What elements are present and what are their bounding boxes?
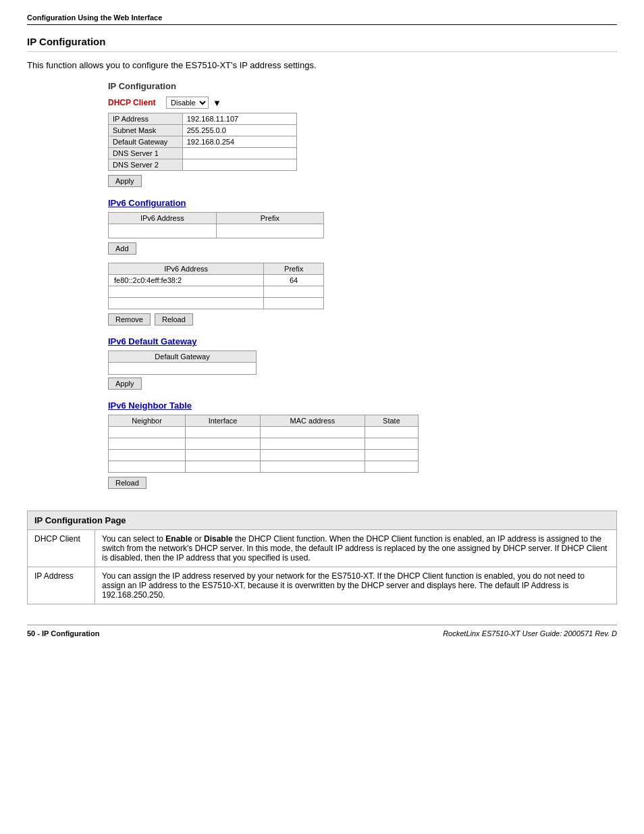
panel-title-text: IP Configuration	[108, 81, 176, 91]
prefix-header: Prefix	[216, 213, 323, 224]
ipv6-input-table: IPv6 Address Prefix	[108, 212, 324, 238]
neighbor-table: Neighbor Interface MAC address State	[108, 415, 419, 473]
intro-text: This function allows you to configure th…	[27, 60, 617, 70]
empty-cell	[109, 286, 264, 298]
table-row	[109, 224, 324, 238]
ip-address-input[interactable]	[187, 115, 292, 123]
table-row: DNS Server 1	[109, 148, 297, 159]
panel-title: IP Configuration	[108, 81, 446, 91]
remove-button[interactable]: Remove	[108, 313, 151, 325]
section-title-text: IP Configuration	[27, 36, 105, 47]
empty-cell	[186, 450, 261, 461]
add-button[interactable]: Add	[108, 242, 136, 255]
table-row	[109, 427, 419, 438]
prefix-cell: 64	[264, 275, 324, 286]
dhcp-client-select[interactable]: Disable Enable	[166, 97, 209, 109]
default-gateway-label: Default Gateway	[109, 136, 183, 148]
table-row	[109, 461, 419, 473]
ref-table-row: DHCP Client You can select to Enable or …	[28, 530, 617, 567]
ui-panel: IP Configuration DHCP Client Disable Ena…	[108, 81, 446, 490]
dns-server1-label: DNS Server 1	[109, 148, 183, 159]
gateway-input-cell[interactable]	[109, 363, 257, 375]
ipv6-gateway-title: IPv6 Default Gateway	[108, 336, 446, 346]
ipv6-address-col-header: IPv6 Address	[109, 263, 264, 275]
reload-button-1[interactable]: Reload	[155, 313, 193, 325]
ref-table-row: IP Address You can assign the IP address…	[28, 567, 617, 604]
empty-cell	[109, 438, 186, 450]
dns-server2-value[interactable]	[182, 159, 296, 171]
empty-cell	[260, 438, 365, 450]
empty-cell	[260, 427, 365, 438]
state-col-header: State	[365, 415, 418, 427]
empty-cell	[365, 438, 418, 450]
empty-cell	[109, 461, 186, 473]
empty-cell	[109, 450, 186, 461]
ipv6-neighbor-title-text: IPv6 Neighbor Table	[108, 400, 192, 411]
empty-cell	[264, 298, 324, 309]
dhcp-client-label: DHCP Client	[108, 98, 162, 107]
ipv6-neighbor-title: IPv6 Neighbor Table	[108, 400, 446, 411]
ipv6-list-table: IPv6 Address Prefix fe80::2c0:4eff:fe38:…	[108, 263, 324, 309]
dhcp-client-description: You can select to Enable or Disable the …	[95, 530, 617, 567]
default-gateway-col-header: Default Gateway	[109, 351, 257, 363]
interface-col-header: Interface	[186, 415, 261, 427]
subnet-mask-value[interactable]	[182, 125, 296, 136]
table-row	[109, 450, 419, 461]
neighbor-col-header: Neighbor	[109, 415, 186, 427]
default-gateway-value[interactable]	[182, 136, 296, 148]
table-header-row: Default Gateway	[109, 351, 257, 363]
reload-button-2[interactable]: Reload	[108, 477, 146, 489]
ip-fields-table: IP Address Subnet Mask Default Gateway D…	[108, 113, 297, 171]
footer-right: RocketLinx ES7510-XT User Guide: 2000571…	[443, 629, 617, 637]
ip-address-field-label: IP Address	[28, 567, 95, 604]
ip-address-label: IP Address	[109, 113, 183, 125]
ref-table-header-row: IP Configuration Page	[28, 511, 617, 530]
remove-reload-row: Remove Reload	[108, 313, 446, 327]
apply-button-1[interactable]: Apply	[108, 175, 142, 187]
table-header-row: IPv6 Address Prefix	[109, 213, 324, 224]
gateway-table: Default Gateway	[108, 350, 257, 375]
ipv6-address-input[interactable]	[114, 226, 211, 236]
chevron-down-icon: ▼	[213, 98, 221, 108]
dns-server1-input[interactable]	[187, 149, 292, 157]
empty-cell	[264, 286, 324, 298]
ipv6-address-header: IPv6 Address	[109, 213, 217, 224]
gateway-text-input[interactable]	[114, 365, 250, 373]
mac-address-col-header: MAC address	[260, 415, 365, 427]
subnet-mask-input[interactable]	[187, 126, 292, 134]
table-row	[109, 298, 324, 309]
table-row: IP Address	[109, 113, 297, 125]
apply-button-2[interactable]: Apply	[108, 377, 142, 390]
empty-cell	[365, 450, 418, 461]
dns-server1-value[interactable]	[182, 148, 296, 159]
dns-server2-input[interactable]	[187, 161, 292, 169]
table-row: fe80::2c0:4eff:fe38:2 64	[109, 275, 324, 286]
prefix-input-cell[interactable]	[216, 224, 323, 238]
table-header-row: IPv6 Address Prefix	[109, 263, 324, 275]
empty-cell	[260, 450, 365, 461]
empty-cell	[186, 438, 261, 450]
top-header: Configuration Using the Web Interface	[27, 14, 617, 25]
ipv6-address-cell: fe80::2c0:4eff:fe38:2	[109, 275, 264, 286]
section-title: IP Configuration	[27, 36, 617, 52]
dns-server2-label: DNS Server 2	[109, 159, 183, 171]
ref-table-title: IP Configuration Page	[28, 511, 617, 530]
ref-table-title-text: IP Configuration Page	[34, 515, 126, 525]
table-row: DNS Server 2	[109, 159, 297, 171]
ipv6-prefix-input[interactable]	[222, 226, 318, 236]
footer-left: 50 - IP Configuration	[27, 629, 99, 637]
empty-cell	[365, 461, 418, 473]
ipv6-address-input-cell[interactable]	[109, 224, 217, 238]
table-row	[109, 438, 419, 450]
empty-cell	[365, 427, 418, 438]
table-header-row: Neighbor Interface MAC address State	[109, 415, 419, 427]
table-row	[109, 286, 324, 298]
ipv6-gateway-title-text: IPv6 Default Gateway	[108, 336, 197, 346]
table-row	[109, 363, 257, 375]
default-gateway-input[interactable]	[187, 138, 292, 146]
ipv6-config-title: IPv6 Configuration	[108, 198, 446, 208]
table-row: Subnet Mask	[109, 125, 297, 136]
intro-content: This function allows you to configure th…	[27, 60, 317, 70]
empty-cell	[260, 461, 365, 473]
ip-address-value[interactable]	[182, 113, 296, 125]
